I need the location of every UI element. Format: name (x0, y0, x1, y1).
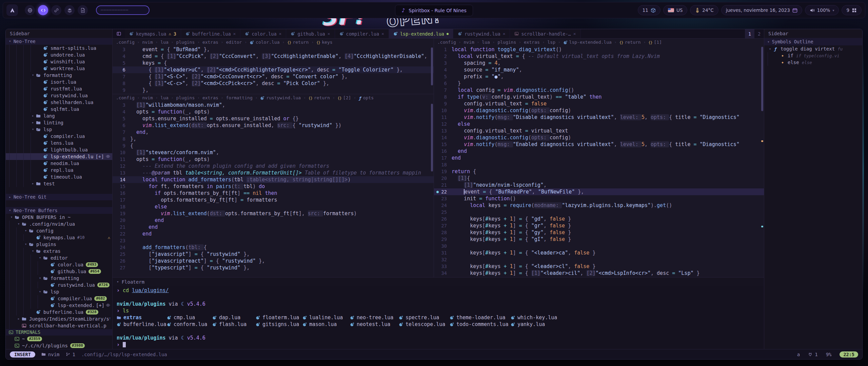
tree-item-extras[interactable]: ▾extras (6, 248, 112, 255)
breadcrumb-segment[interactable]: nvim (142, 39, 153, 46)
code-line[interactable]: 26 ["javascriptreact"] = { "rustywind" }… (113, 258, 434, 264)
code-line[interactable]: 10 [1]"stevearc/conform.nvim", (113, 149, 434, 156)
code-line[interactable]: 30 (434, 243, 764, 249)
tree-item-lsp-extended-lu[interactable]: lsp-extended.lu[+] (6, 302, 112, 309)
code-line[interactable]: 11 vim.notify(msg: "Disable diagnostics … (434, 114, 764, 121)
code-line[interactable]: 8}, (113, 136, 434, 142)
terminal-line[interactable]: nvim/lua/plugins via ☾ v5.4.6 (117, 334, 764, 341)
tree-item-formatting[interactable]: ▾formatting (6, 275, 112, 282)
chevron-down-icon[interactable]: ▾ (23, 228, 28, 233)
code-line[interactable]: 14 local function add_formatters(tbl :ta… (113, 176, 434, 183)
code-line[interactable]: 4 source = "if_many", (434, 66, 764, 73)
code-line[interactable]: 4 cmd = { [1]"CccPick", [2]"CccConvert",… (113, 53, 434, 60)
breadcrumb-segment[interactable]: plugins (176, 94, 195, 102)
code-line[interactable]: 15 vim.notify(msg: "Enabled diagnostics … (434, 141, 764, 148)
breadcrumb-segment[interactable]: lsp (547, 39, 555, 46)
code-line[interactable]: 27 ["typescript"] = { "rustywind" }, (113, 264, 434, 271)
code-line[interactable]: 20 [1]{ (434, 175, 764, 182)
code-line[interactable]: 7 end, (113, 129, 434, 136)
code-line[interactable]: 21 [1]"neovim/nvim-lspconfig", (434, 182, 764, 188)
volume-widget[interactable]: 100% ▾ (805, 5, 839, 15)
floaterm-terminal[interactable]: › cd lua/plugins/nvim/lua/plugins via ☾ … (113, 286, 764, 349)
terminal-line[interactable]: nvim/lua/plugins via ☾ v5.4.6 (117, 301, 764, 307)
neo-tree-header[interactable]: ▾ Neo-Tree (6, 38, 112, 45)
breadcrumb-segment[interactable]: extras (524, 39, 540, 46)
breadcrumb-segment[interactable]: lua (160, 94, 168, 102)
chevron-down-icon[interactable]: ▾ (31, 249, 35, 253)
sidebar-toggle-button[interactable] (113, 29, 125, 38)
code-line[interactable]: 23 (113, 237, 434, 244)
tree-item-open-buffers-in[interactable]: ▾OPEN BUFFERS in ~ (6, 214, 112, 221)
terminals-header[interactable]: TERMINALS (6, 329, 112, 336)
tree-item-compiler-lua[interactable]: compiler.lua#682 (6, 295, 112, 302)
editor-pane-lsp-extended-lua[interactable]: .config›nvim›lua›plugins›extras›lsp›lsp-… (434, 39, 764, 277)
breadcrumb-segment[interactable]: {}return (287, 39, 309, 46)
launcher-button[interactable] (6, 4, 18, 16)
breadcrumb-segment[interactable]: lua (482, 39, 490, 46)
breadcrumb-segment[interactable]: extras (202, 94, 218, 102)
chevron-down-icon[interactable]: ▾ (38, 256, 42, 260)
breadcrumb-segment[interactable]: plugins (176, 39, 195, 46)
tab-rustywind-lua[interactable]: rustywind.lua× (453, 29, 510, 38)
tree-item-shellharden-lua[interactable]: shellharden.lua (6, 99, 112, 106)
tree-item-undotree-lua[interactable]: undotree.lua (6, 52, 112, 58)
code-line[interactable]: 7 local config = vim.diagnostic.config() (434, 87, 764, 94)
tree-item-toggle-diag-virtext[interactable]: ▾ƒtoggle_diag_virtextfu (764, 45, 862, 52)
tab-number-1[interactable]: 1 (745, 29, 754, 38)
workspace-button-code[interactable] (38, 5, 48, 15)
code-line[interactable]: 3 spacing = 4, (434, 60, 764, 66)
code-line[interactable]: 29 keys[#keys + 1] = { "gI", false } (434, 236, 764, 243)
code-line[interactable]: 10 vim.diagnostic.config(opts: config) (434, 107, 764, 114)
tree-item-rustfmt-lua[interactable]: rustfmt.lua (6, 85, 112, 92)
tree-item-linting[interactable]: ▸linting (6, 119, 112, 126)
screens-widget[interactable]: 9 (842, 5, 862, 15)
updates-widget[interactable]: 11 (638, 5, 660, 15)
tree-item-smart-splits-lua[interactable]: smart-splits.lua (6, 45, 112, 52)
tree-item-timeout-lua[interactable]: timeout.lua (6, 174, 112, 180)
terminal-line[interactable] (117, 294, 764, 301)
tree-item-rustywind-lua[interactable]: rustywind.lua (6, 92, 112, 99)
tree-item-[interactable]: ~#2859 (6, 336, 112, 342)
tree-item-bufferline-lua[interactable]: bufferline.lua#328 (6, 309, 112, 316)
tree-item-compiler-lua[interactable]: compiler.lua (6, 133, 112, 140)
chevron-down-icon[interactable]: ▾ (9, 215, 14, 219)
chevron-right-icon[interactable]: ▸ (31, 120, 35, 125)
code-line[interactable]: 24 local keys = require(modname: "lazyvi… (434, 202, 764, 209)
editor-pane-color-lua[interactable]: .config›nvim›lua›plugins›extras›editor›c… (113, 39, 434, 94)
close-icon[interactable]: × (381, 31, 384, 36)
breadcrumb-segment[interactable]: formatting (226, 94, 252, 102)
terminal-line[interactable]: › ls (117, 307, 764, 314)
tree-item-juegos-indies-steamlibrary-st[interactable]: ▸Juegos/Indies/SteamLibrary/st (6, 316, 112, 322)
tree-item-rustywind-lua[interactable]: rustywind.lua#726 (6, 282, 112, 288)
breadcrumb-segment[interactable]: {}return (619, 39, 640, 46)
tree-item-config-nvim-lua[interactable]: ▾.config/nvim/lua (6, 221, 112, 227)
code-line[interactable]: 16 end (434, 148, 764, 155)
tree-item-lens-lua[interactable]: lens.lua (6, 140, 112, 146)
tree-item-lightbulb-lua[interactable]: lightbulb.lua (6, 146, 112, 153)
floaterm-winbar[interactable]: ▾ Floaterm (113, 277, 764, 286)
code-line[interactable]: 22 event = { "BufReadPre", "BufNewFile" … (434, 188, 764, 195)
chevron-right-icon[interactable]: ▸ (31, 181, 35, 186)
close-icon[interactable]: × (233, 31, 236, 36)
code-line[interactable]: 12 --- Extend the conform plugin config … (113, 163, 434, 169)
tree-item-repl-lua[interactable]: repl.lua (6, 167, 112, 174)
breadcrumb-segment[interactable]: {}[2] (338, 94, 351, 102)
code-line[interactable]: 9 }, (113, 87, 434, 94)
breadcrumb-segment[interactable]: nvim (463, 39, 474, 46)
tab-color-lua[interactable]: color.lua× (240, 29, 286, 38)
tree-item-lsp-extended-lu[interactable]: lsp-extended.lu[+] (6, 153, 112, 160)
code-line[interactable]: 33 keys[#keys + 1] = { "<leader>cl", fal… (434, 263, 764, 270)
breadcrumb-segment[interactable]: {}return (309, 94, 330, 102)
date-widget[interactable]: jueves, noviembre 16, 2023 (721, 5, 802, 15)
workspace-button-link[interactable] (51, 5, 61, 15)
close-icon[interactable]: × (279, 31, 282, 36)
tab-github-lua[interactable]: github.lua× (286, 29, 335, 38)
neo-tree-git-header[interactable]: ▸ Neo-Tree Git (6, 194, 112, 201)
code-line[interactable]: 25 (434, 209, 764, 216)
workspace-button-filedoc[interactable] (78, 5, 88, 15)
scrollbar-handle[interactable] (761, 47, 763, 111)
code-line[interactable]: 5 keys = { (113, 60, 434, 66)
close-icon[interactable]: × (573, 31, 576, 36)
breadcrumb-segment[interactable]: lua (160, 39, 168, 46)
code-line[interactable]: 23 init = function() (434, 195, 764, 202)
